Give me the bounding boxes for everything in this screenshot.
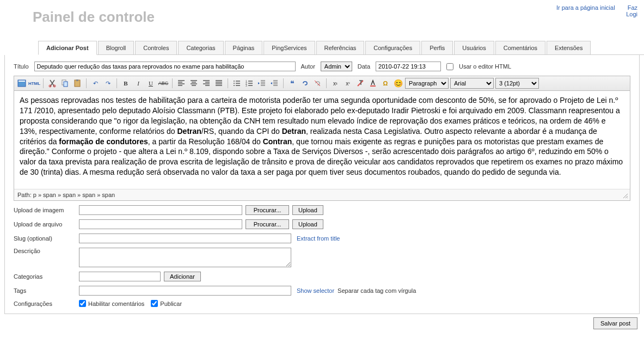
svg-point-8 — [234, 81, 235, 82]
html-editor-checkbox[interactable] — [446, 63, 453, 70]
html-icon[interactable]: HTML — [29, 78, 40, 89]
publish-label: Publicar — [160, 300, 182, 307]
author-select[interactable]: Admin — [321, 62, 352, 71]
superscript-icon[interactable]: x² — [342, 78, 353, 89]
description-label: Descrição — [14, 248, 79, 254]
slug-label: Slug (optional) — [14, 235, 79, 242]
blockquote-icon[interactable]: ❝ — [287, 78, 298, 89]
upload-image-label: Upload de imagem — [14, 207, 79, 213]
tags-label: Tags — [14, 287, 79, 294]
tab-bar: Adicionar Post Blogroll Controles Catego… — [38, 41, 644, 55]
tags-hint: Separar cada tag com vírgula — [338, 287, 416, 294]
enable-comments-checkbox[interactable] — [79, 300, 86, 307]
date-label: Data — [358, 63, 370, 70]
format-select[interactable]: Paragraph — [405, 78, 449, 89]
svg-point-10 — [234, 85, 235, 86]
tab-referencias[interactable]: Referências — [316, 41, 365, 54]
outdent-icon[interactable] — [256, 78, 267, 89]
copy-icon[interactable] — [59, 78, 70, 89]
tab-pingservices[interactable]: PingServices — [263, 41, 315, 54]
upload-file-label: Upload de arquivo — [14, 221, 79, 228]
categories-label: Categorias — [14, 273, 79, 280]
title-input[interactable] — [34, 62, 296, 71]
align-center-icon[interactable] — [188, 78, 199, 89]
tags-input[interactable] — [79, 286, 291, 296]
align-right-icon[interactable] — [201, 78, 212, 89]
show-selector-link[interactable]: Show selector — [297, 287, 334, 294]
svg-point-9 — [234, 83, 235, 84]
category-input[interactable] — [79, 272, 161, 281]
underline-icon[interactable]: U — [145, 78, 156, 89]
tab-comentarios[interactable]: Comentários — [495, 41, 545, 54]
undo-icon[interactable]: ↶ — [90, 78, 101, 89]
text-color-icon[interactable] — [367, 78, 378, 89]
publish-checkbox[interactable] — [151, 300, 158, 307]
date-input[interactable] — [376, 62, 441, 71]
tab-blogroll[interactable]: Blogroll — [98, 41, 134, 54]
special-char-icon[interactable]: Ω — [380, 78, 391, 89]
content-bold: Detran — [177, 127, 201, 136]
browse-image-button[interactable]: Procurar... — [246, 205, 289, 215]
content-bold: formação de condutores — [59, 137, 148, 146]
enable-comments-label: Habilitar comentários — [88, 300, 144, 307]
bold-icon[interactable]: B — [120, 78, 131, 89]
font-select[interactable]: Arial — [450, 78, 494, 89]
tab-paginas[interactable]: Páginas — [225, 41, 263, 54]
link-icon[interactable] — [299, 78, 310, 89]
home-link[interactable]: Ir para a página inicial — [556, 4, 615, 11]
upload-file-path[interactable] — [79, 219, 242, 229]
login-link[interactable]: Faz Logi — [626, 4, 637, 17]
tab-extensoes[interactable]: Extensões — [547, 41, 591, 54]
content-text: , a partir da Resolução 168/04 do — [148, 137, 263, 146]
content-text: /RS, quando da CPI do — [201, 127, 282, 136]
tab-perfis[interactable]: Perfis — [421, 41, 453, 54]
author-label: Autor — [301, 63, 315, 70]
align-justify-icon[interactable] — [213, 78, 224, 89]
subscript-icon[interactable]: x₂ — [330, 78, 341, 89]
upload-file-button[interactable]: Upload — [292, 219, 323, 229]
remove-format-icon[interactable] — [355, 78, 366, 89]
fullscreen-icon[interactable] — [16, 78, 27, 89]
add-category-button[interactable]: Adicionar — [164, 272, 201, 281]
svg-rect-14 — [370, 85, 376, 87]
bullet-list-icon[interactable] — [231, 78, 242, 89]
number-list-icon[interactable]: 123 — [244, 78, 255, 89]
top-links: Ir para a página inicial Faz Logi — [545, 4, 637, 17]
editor-body[interactable]: As pessoas reprovadas nos testes de habi… — [14, 91, 630, 189]
save-post-button[interactable]: Salvar post — [593, 317, 637, 329]
emoticon-icon[interactable]: 😊 — [392, 78, 403, 89]
tab-configuracoes[interactable]: Configurações — [365, 41, 420, 54]
tab-adicionar-post[interactable]: Adicionar Post — [38, 41, 97, 55]
page-title: Painel de controle — [7, 4, 155, 30]
browse-file-button[interactable]: Procurar... — [246, 219, 289, 229]
cut-icon[interactable] — [47, 78, 58, 89]
redo-icon[interactable]: ↷ — [102, 78, 113, 89]
svg-rect-7 — [76, 79, 78, 81]
editor-toolbar: HTML ↶ ↷ B I U ABC — [14, 76, 630, 91]
paste-icon[interactable] — [72, 78, 83, 89]
tab-usuarios[interactable]: Usuários — [454, 41, 494, 54]
unlink-icon[interactable] — [312, 78, 323, 89]
align-left-icon[interactable] — [176, 78, 187, 89]
content-bold: Contran — [263, 137, 292, 146]
svg-rect-5 — [64, 82, 68, 87]
editor-path: Path: p » span » span » span » span — [14, 189, 630, 200]
italic-icon[interactable]: I — [133, 78, 144, 89]
tab-controles[interactable]: Controles — [135, 41, 177, 54]
tab-categorias[interactable]: Categorias — [178, 41, 223, 54]
indent-icon[interactable] — [269, 78, 280, 89]
size-select[interactable]: 3 (12pt) — [495, 78, 539, 89]
description-input[interactable] — [79, 248, 291, 267]
extract-from-title-link[interactable]: Extract from title — [297, 235, 340, 242]
svg-text:3: 3 — [246, 84, 247, 87]
slug-input[interactable] — [79, 234, 291, 243]
upload-image-path[interactable] — [79, 205, 242, 215]
title-label: Título — [14, 63, 29, 70]
upload-image-button[interactable]: Upload — [292, 205, 323, 215]
settings-label: Configurações — [14, 300, 79, 307]
svg-rect-1 — [19, 81, 25, 82]
resize-handle-icon[interactable] — [622, 193, 629, 199]
strike-icon[interactable]: ABC — [158, 78, 169, 89]
content-bold: Detran — [282, 127, 306, 136]
rich-text-editor: HTML ↶ ↷ B I U ABC — [14, 76, 630, 201]
